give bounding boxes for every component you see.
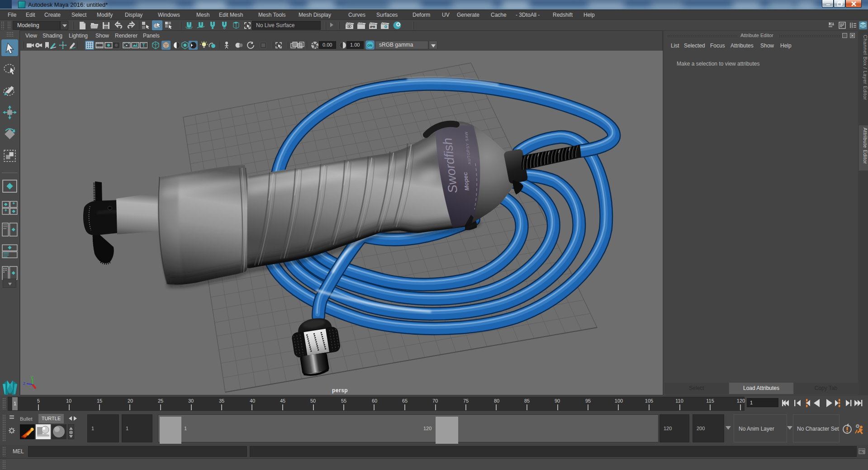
svg-text:persp: persp	[332, 387, 348, 394]
svg-text:IPR: IPR	[370, 25, 375, 28]
svg-text:y: y	[31, 375, 33, 380]
svg-text:ON: ON	[367, 43, 372, 47]
svg-text:z: z	[23, 381, 25, 386]
svg-text:T: T	[142, 43, 145, 48]
